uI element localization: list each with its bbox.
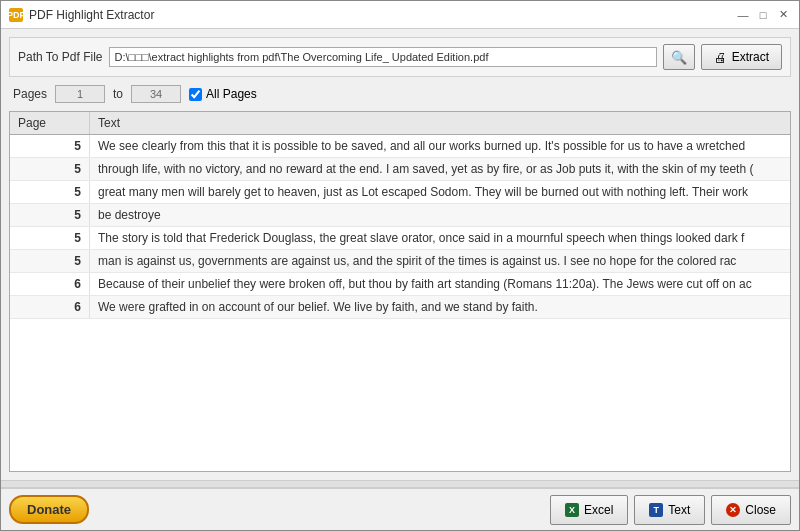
app-icon-text: PDF [7, 10, 25, 20]
row-text-value: man is against us, governments are again… [90, 250, 790, 272]
table-row[interactable]: 6 Because of their unbelief they were br… [10, 273, 790, 296]
row-text-value: Because of their unbelief they were brok… [90, 273, 790, 295]
title-bar-left: PDF PDF Highlight Extractor [9, 8, 154, 22]
search-icon: 🔍 [671, 50, 687, 65]
row-page-value: 5 [10, 158, 90, 180]
excel-icon: X [565, 503, 579, 517]
row-page-value: 6 [10, 296, 90, 318]
row-page-value: 5 [10, 250, 90, 272]
table-row[interactable]: 5 great many men will barely get to heav… [10, 181, 790, 204]
extract-button[interactable]: 🖨 Extract [701, 44, 782, 70]
page-to-input[interactable] [131, 85, 181, 103]
close-icon: ✕ [726, 503, 740, 517]
text-icon: T [649, 503, 663, 517]
content-area: Path To Pdf File 🔍 🖨 Extract Pages to Al… [1, 29, 799, 480]
donate-button[interactable]: Donate [9, 495, 89, 524]
extract-icon: 🖨 [714, 50, 727, 65]
row-page-value: 5 [10, 181, 90, 203]
minimize-button[interactable]: — [735, 8, 751, 22]
page-from-input[interactable] [55, 85, 105, 103]
excel-button[interactable]: X Excel [550, 495, 628, 525]
column-header-page: Page [10, 112, 90, 134]
extract-label: Extract [732, 50, 769, 64]
window-title: PDF Highlight Extractor [29, 8, 154, 22]
bottom-bar: Donate X Excel T Text ✕ Close [1, 488, 799, 530]
all-pages-text: All Pages [206, 87, 257, 101]
table-header: Page Text [10, 112, 790, 135]
row-text-value: We were grafted in on account of our bel… [90, 296, 790, 318]
path-row: Path To Pdf File 🔍 🖨 Extract [9, 37, 791, 77]
table-row[interactable]: 5 We see clearly from this that it is po… [10, 135, 790, 158]
table-row[interactable]: 5 The story is told that Frederick Dougl… [10, 227, 790, 250]
table-body: 5 We see clearly from this that it is po… [10, 135, 790, 470]
window-controls: — □ ✕ [735, 8, 791, 22]
to-label: to [113, 87, 123, 101]
close-button[interactable]: ✕ Close [711, 495, 791, 525]
status-bar [1, 480, 799, 488]
row-text-value: The story is told that Frederick Douglas… [90, 227, 790, 249]
excel-label: Excel [584, 503, 613, 517]
browse-button[interactable]: 🔍 [663, 44, 695, 70]
row-text-value: be destroye [90, 204, 790, 226]
main-window: PDF PDF Highlight Extractor — □ ✕ Path T… [0, 0, 800, 531]
text-label: Text [668, 503, 690, 517]
row-page-value: 5 [10, 227, 90, 249]
column-header-text: Text [90, 112, 790, 134]
pages-label: Pages [13, 87, 47, 101]
row-page-value: 5 [10, 135, 90, 157]
maximize-button[interactable]: □ [755, 8, 771, 22]
row-text-value: We see clearly from this that it is poss… [90, 135, 790, 157]
close-window-button[interactable]: ✕ [775, 8, 791, 22]
all-pages-label[interactable]: All Pages [189, 87, 257, 101]
row-text-value: through life, with no victory, and no re… [90, 158, 790, 180]
row-page-value: 6 [10, 273, 90, 295]
table-row[interactable]: 5 through life, with no victory, and no … [10, 158, 790, 181]
table-row[interactable]: 6 We were grafted in on account of our b… [10, 296, 790, 319]
table-row[interactable]: 5 be destroye [10, 204, 790, 227]
path-input[interactable] [109, 47, 657, 67]
text-button[interactable]: T Text [634, 495, 705, 525]
all-pages-checkbox[interactable] [189, 88, 202, 101]
title-bar: PDF PDF Highlight Extractor — □ ✕ [1, 1, 799, 29]
path-label: Path To Pdf File [18, 50, 103, 64]
right-buttons: X Excel T Text ✕ Close [550, 495, 791, 525]
close-label: Close [745, 503, 776, 517]
row-text-value: great many men will barely get to heaven… [90, 181, 790, 203]
row-page-value: 5 [10, 204, 90, 226]
app-icon: PDF [9, 8, 23, 22]
results-table: Page Text 5 We see clearly from this tha… [9, 111, 791, 472]
pages-row: Pages to All Pages [9, 83, 791, 105]
table-row[interactable]: 5 man is against us, governments are aga… [10, 250, 790, 273]
